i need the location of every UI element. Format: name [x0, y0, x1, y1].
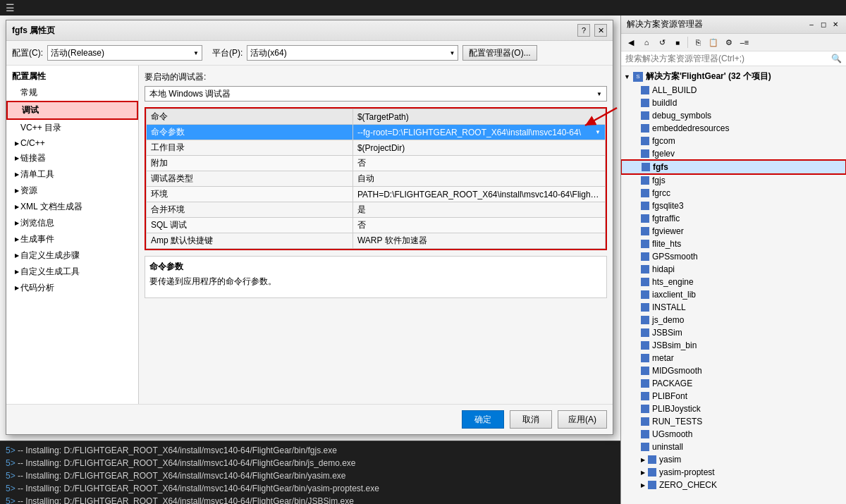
sol-item-fgelev[interactable]: fgelev: [621, 147, 846, 160]
sol-item-PACKAGE[interactable]: PACKAGE: [621, 377, 846, 390]
row-name-workdir: 工作目录: [147, 140, 353, 156]
platform-label: 平台(P):: [212, 47, 243, 59]
item-icon-iaxclient_lib: [641, 290, 649, 299]
item-label-yasim: yasim: [659, 455, 681, 465]
sol-item-MIDGsmooth[interactable]: MIDGsmooth: [621, 364, 846, 377]
item-icon-INSTALL: [641, 303, 649, 312]
sol-copy-btn[interactable]: ⎘: [691, 35, 705, 49]
sol-item-metar[interactable]: metar: [621, 352, 846, 364]
sol-item-fgfs[interactable]: fgfs: [621, 160, 846, 174]
sol-item-UGsmooth[interactable]: UGsmooth: [621, 428, 846, 441]
sol-stop-btn[interactable]: ■: [670, 35, 685, 49]
sol-item-yasim-proptest[interactable]: ▶ yasim-proptest: [621, 466, 846, 479]
prop-table-container: 命令 $(TargetPath) 命令参数 --fg-root=D:\FLIGH…: [145, 107, 607, 250]
sol-item-buildId[interactable]: buildId: [621, 97, 846, 109]
item-label-PACKAGE: PACKAGE: [652, 379, 692, 388]
sol-refresh-btn[interactable]: ↺: [655, 35, 669, 49]
dialog-help-button[interactable]: ?: [577, 24, 590, 37]
dialog-title: fgfs 属性页: [12, 25, 55, 37]
item-label-JSBsim_bin: JSBsim_bin: [652, 340, 697, 350]
sol-item-flite_hts[interactable]: flite_hts: [621, 238, 846, 250]
item-icon-MIDGsmooth: [641, 367, 649, 375]
item-label-fgviewer: fgviewer: [652, 226, 684, 236]
tree-arrow-browse: ▶: [15, 220, 19, 226]
table-row-cmdargs[interactable]: 命令参数 --fg-root=D:\FLIGHTGEAR_ROOT_X64\in…: [147, 125, 606, 140]
sol-item-fgtraffic[interactable]: fgtraffic: [621, 212, 846, 225]
dialog-close-button[interactable]: ✕: [594, 24, 607, 37]
sol-item-hts_engine[interactable]: hts_engine: [621, 276, 846, 288]
platform-dropdown[interactable]: 活动(x64) ▼: [247, 45, 458, 61]
solution-root-item[interactable]: ▼ S 解决方案'FlightGear' (32 个项目): [621, 69, 846, 84]
apply-button[interactable]: 应用(A): [558, 410, 607, 429]
sol-item-fgjs[interactable]: fgjs: [621, 174, 846, 187]
row-name-env: 环境: [147, 187, 353, 202]
sol-more-btn[interactable]: –≡: [737, 35, 752, 49]
table-row-debugtype[interactable]: 调试器类型 自动: [147, 171, 606, 187]
tree-item-vc-dirs[interactable]: VC++ 目录: [6, 120, 138, 136]
tree-item-manifest[interactable]: ▶ 清单工具: [6, 166, 138, 183]
item-icon-GPSsmooth: [641, 252, 649, 261]
tree-header: 配置属性: [6, 68, 138, 85]
tree-item-cpp[interactable]: ▶ C/C++: [6, 136, 138, 150]
sol-item-hidapi[interactable]: hidapi: [621, 263, 846, 276]
tree-item-customtool[interactable]: ▶ 自定义生成工具: [6, 264, 138, 280]
sol-item-fgsqlite3[interactable]: fgsqlite3: [621, 199, 846, 212]
config-dropdown[interactable]: 活动(Release) ▼: [47, 45, 202, 61]
sol-paste-btn[interactable]: 📋: [706, 35, 721, 49]
sol-pin-button[interactable]: –: [807, 20, 816, 30]
sol-item-yasim[interactable]: ▶ yasim: [621, 453, 846, 466]
sol-item-fgrcc[interactable]: fgrcc: [621, 187, 846, 199]
tree-label-custombuild: 自定义生成步骤: [20, 250, 80, 262]
sol-item-debug_symbols[interactable]: debug_symbols: [621, 109, 846, 122]
tree-item-codeanalysis[interactable]: ▶ 代码分析: [6, 280, 138, 296]
sol-item-fgviewer[interactable]: fgviewer: [621, 225, 846, 238]
tree-item-resource[interactable]: ▶ 资源: [6, 183, 138, 199]
sol-item-INSTALL[interactable]: INSTALL: [621, 301, 846, 314]
expand-icon-ZERO_CHECK: ▶: [641, 482, 645, 488]
sol-item-fgcom[interactable]: fgcom: [621, 135, 846, 147]
row-val-workdir: $(ProjectDir): [352, 140, 605, 156]
table-row-env[interactable]: 环境 PATH=D:\FLIGHTGEAR_ROOT_X64\install\m…: [147, 187, 606, 202]
sol-item-JSBsim_bin[interactable]: JSBsim_bin: [621, 339, 846, 352]
sol-item-GPSsmooth[interactable]: GPSsmooth: [621, 250, 846, 263]
table-row-attach[interactable]: 附加 否: [147, 156, 606, 171]
config-manager-button[interactable]: 配置管理器(O)...: [462, 45, 537, 61]
sol-item-JSBSim[interactable]: JSBSim: [621, 326, 846, 339]
table-row-sqldebug[interactable]: SQL 调试 否: [147, 218, 606, 233]
item-icon-fgtraffic: [641, 214, 649, 223]
sol-item-uninstall[interactable]: uninstall: [621, 441, 846, 453]
sol-item-PLIBFont[interactable]: PLIBFont: [621, 390, 846, 402]
tree-item-general[interactable]: 常规: [6, 85, 138, 101]
item-label-buildId: buildId: [652, 98, 677, 108]
debugger-section: 要启动的调试器: 本地 Windows 调试器 ▼: [145, 71, 607, 102]
debugger-dropdown[interactable]: 本地 Windows 调试器 ▼: [145, 86, 607, 102]
sol-back-button[interactable]: ◀: [624, 35, 638, 49]
tree-label-browse: 浏览信息: [20, 217, 54, 229]
tree-item-xml[interactable]: ▶ XML 文档生成器: [6, 199, 138, 215]
sol-home-button[interactable]: ⌂: [639, 35, 654, 49]
table-row-amp[interactable]: Amp 默认快捷键 WARP 软件加速器: [147, 233, 606, 249]
ok-button[interactable]: 确定: [462, 410, 504, 429]
tree-item-custombuild[interactable]: ▶ 自定义生成步骤: [6, 247, 138, 264]
cancel-button[interactable]: 取消: [510, 410, 552, 429]
output-line-2: 5> -- Installing: D:/FLIGHTGEAR_ROOT_X64…: [6, 457, 615, 469]
sol-item-ZERO_CHECK[interactable]: ▶ ZERO_CHECK: [621, 479, 846, 491]
table-row-mergeenv[interactable]: 合并环境 是: [147, 202, 606, 218]
sol-item-ALL_BUILD[interactable]: ALL_BUILD: [621, 84, 846, 97]
tree-item-buildevent[interactable]: ▶ 生成事件: [6, 231, 138, 247]
sol-item-iaxclient_lib[interactable]: iaxclient_lib: [621, 288, 846, 301]
sol-float-button[interactable]: ◻: [819, 20, 828, 30]
sol-item-js_demo[interactable]: js_demo: [621, 314, 846, 326]
tree-item-linker[interactable]: ▶ 链接器: [6, 150, 138, 166]
sol-item-PLIBJoystick[interactable]: PLIBJoystick: [621, 402, 846, 415]
tree-item-debug[interactable]: 调试: [6, 101, 138, 120]
table-row-workdir[interactable]: 工作目录 $(ProjectDir): [147, 140, 606, 156]
sol-settings-btn[interactable]: ⚙: [722, 35, 736, 49]
sol-item-RUN_TESTS[interactable]: RUN_TESTS: [621, 415, 846, 428]
sol-close-button[interactable]: ✕: [830, 20, 840, 30]
item-icon-fgelev: [641, 149, 649, 158]
sol-item-embeddedresources[interactable]: embeddedresources: [621, 122, 846, 135]
item-icon-fgjs: [641, 176, 649, 185]
tree-item-browse[interactable]: ▶ 浏览信息: [6, 215, 138, 231]
solution-search-input[interactable]: [625, 54, 831, 63]
